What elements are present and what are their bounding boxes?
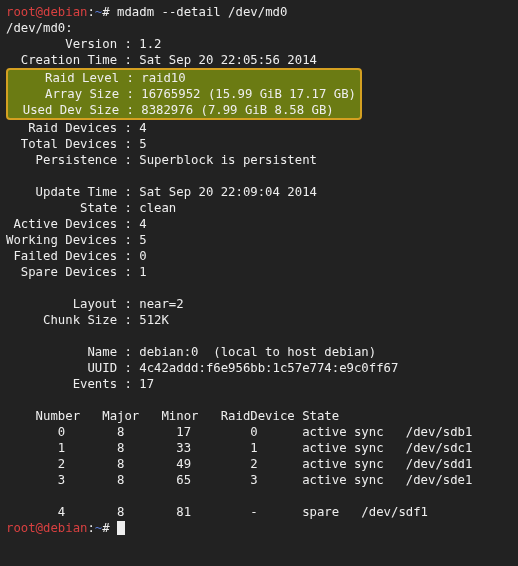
kv-chunk-size: Chunk Size : 512K: [6, 313, 169, 327]
table-row: 4 8 81 - spare /dev/sdf1: [6, 505, 428, 519]
kv-used-dev-size: Used Dev Size : 8382976 (7.99 GiB 8.58 G…: [8, 103, 338, 117]
kv-active-devices: Active Devices : 4: [6, 217, 147, 231]
prompt-colon: :: [87, 521, 94, 535]
kv-version: Version : 1.2: [6, 37, 161, 51]
prompt-hash: #: [102, 521, 117, 535]
table-row: 1 8 33 1 active sync /dev/sdc1: [6, 441, 472, 455]
kv-raid-level: Raid Level : raid10: [8, 71, 190, 85]
kv-persistence: Persistence : Superblock is persistent: [6, 153, 317, 167]
prompt-line-2: root@debian:~#: [6, 521, 125, 535]
kv-total-devices: Total Devices : 5: [6, 137, 147, 151]
table-row: 3 8 65 3 active sync /dev/sde1: [6, 473, 472, 487]
cursor-icon[interactable]: [117, 521, 125, 535]
kv-uuid: UUID : 4c42addd:f6e956bb:1c57e774:e9c0ff…: [6, 361, 398, 375]
highlighted-raid-info: Raid Level : raid10 Array Size : 1676595…: [6, 68, 362, 120]
kv-state: State : clean: [6, 201, 176, 215]
kv-events: Events : 17: [6, 377, 154, 391]
command-text: mdadm --detail /dev/md0: [117, 5, 287, 19]
kv-array-size: Array Size : 16765952 (15.99 GiB 17.17 G…: [8, 87, 360, 101]
prompt-userhost: root@debian: [6, 521, 87, 535]
kv-working-devices: Working Devices : 5: [6, 233, 147, 247]
prompt-colon: :: [87, 5, 94, 19]
table-row: 2 8 49 2 active sync /dev/sdd1: [6, 457, 472, 471]
kv-name: Name : debian:0 (local to host debian): [6, 345, 376, 359]
prompt-line: root@debian:~# mdadm --detail /dev/md0: [6, 5, 287, 19]
kv-spare-devices: Spare Devices : 1: [6, 265, 147, 279]
table-row: 0 8 17 0 active sync /dev/sdb1: [6, 425, 472, 439]
kv-layout: Layout : near=2: [6, 297, 184, 311]
device-line: /dev/md0:: [6, 21, 73, 35]
kv-update-time: Update Time : Sat Sep 20 22:09:04 2014: [6, 185, 317, 199]
kv-failed-devices: Failed Devices : 0: [6, 249, 147, 263]
kv-raid-devices: Raid Devices : 4: [6, 121, 147, 135]
terminal-window[interactable]: root@debian:~# mdadm --detail /dev/md0 /…: [0, 0, 518, 566]
kv-creation-time: Creation Time : Sat Sep 20 22:05:56 2014: [6, 53, 317, 67]
device-table-header: Number Major Minor RaidDevice State: [6, 409, 339, 423]
prompt-hash: #: [102, 5, 117, 19]
prompt-userhost: root@debian: [6, 5, 87, 19]
